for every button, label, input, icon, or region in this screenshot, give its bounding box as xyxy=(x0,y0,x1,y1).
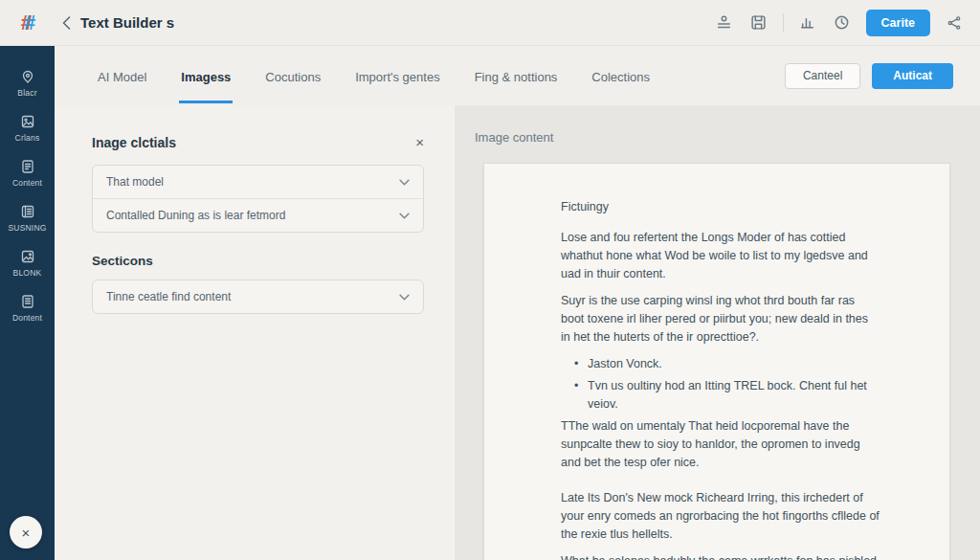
duning-select[interactable]: Contalled Duning as is lear fetmord xyxy=(93,198,423,232)
sidebar-item-blonk[interactable]: BLONK xyxy=(0,249,55,278)
model-select[interactable]: That model xyxy=(93,166,423,198)
app-window: # # Text Builder s Carite xyxy=(0,0,980,560)
chevron-left-icon xyxy=(62,16,71,30)
sidebar-item-label: Dontent xyxy=(12,313,42,323)
apply-button[interactable]: Auticat xyxy=(872,63,953,89)
sidebar-item-content[interactable]: Content xyxy=(0,159,55,188)
document-bullet-item: Jaston Vonck. xyxy=(561,355,880,373)
sidebar-item-crlans[interactable]: Crlans xyxy=(0,114,55,143)
tab-cocutions[interactable]: Cocutions xyxy=(263,49,323,103)
filter-icon[interactable] xyxy=(714,12,735,34)
document-icon xyxy=(20,159,35,174)
header: # # Text Builder s Carite xyxy=(0,0,980,46)
sidebar-item-label: Crlans xyxy=(15,133,40,143)
save-icon[interactable] xyxy=(748,12,769,34)
form-panel: Inage clctials × That model Contalled Du… xyxy=(55,105,455,560)
tab-imagess[interactable]: Imagess xyxy=(179,49,233,103)
close-form-button[interactable]: × xyxy=(415,134,424,150)
tab-colections[interactable]: Colections xyxy=(590,49,652,103)
sections-field-group: Tinne ceatle find content xyxy=(92,280,424,314)
sections-title: Secticons xyxy=(92,254,424,268)
document-preview[interactable]: Fictuingy Lose and fou refertent the Lon… xyxy=(483,163,950,560)
close-panel-button[interactable]: × xyxy=(10,516,42,549)
image-icon xyxy=(20,114,35,129)
tab-fing-nottions[interactable]: Fing & nottions xyxy=(473,49,560,103)
form-title: Inage clctials xyxy=(92,135,176,150)
document-paragraph: TThe wald on umentaly That heid locporem… xyxy=(561,417,880,472)
header-actions: Carite xyxy=(714,10,980,36)
duning-select-value: Contalled Duning as is lear fetmord xyxy=(106,209,285,222)
sidebar-item-label: Content xyxy=(12,178,42,188)
chevron-down-icon xyxy=(399,294,410,301)
sidebar-item-label: BLONK xyxy=(13,268,42,278)
close-icon: × xyxy=(415,134,424,150)
preview-title: Image content xyxy=(455,105,980,145)
share-icon[interactable] xyxy=(944,12,965,34)
stats-icon[interactable] xyxy=(797,12,818,34)
cancel-button[interactable]: Canteel xyxy=(785,63,860,89)
sections-select-value: Tinne ceatle find content xyxy=(106,290,231,303)
location-pin-icon xyxy=(20,69,35,84)
document-lines-icon xyxy=(20,294,35,309)
tab-ai-model[interactable]: AI Model xyxy=(96,49,148,103)
chevron-down-icon xyxy=(399,179,410,186)
tabs: AI Model Imagess Cocutions Import's gent… xyxy=(96,46,652,105)
list-icon xyxy=(20,204,35,219)
sidebar: Blacr Crlans Content SUSNING BLONK Donte… xyxy=(0,46,55,560)
logo-hash-icon: # xyxy=(24,12,33,34)
sidebar-item-blacr[interactable]: Blacr xyxy=(0,69,55,98)
sidebar-item-dontent[interactable]: Dontent xyxy=(0,294,55,323)
create-button[interactable]: Carite xyxy=(866,10,930,36)
tab-imports-gentes[interactable]: Import's gentes xyxy=(353,49,441,103)
document-paragraph: What he selenas hadubly the came wrrkett… xyxy=(561,552,880,560)
back-button[interactable] xyxy=(62,16,71,30)
document-paragraph: Suyr is the use carping winsl ing whot t… xyxy=(561,292,880,347)
sections-select[interactable]: Tinne ceatle find content xyxy=(93,280,423,313)
tab-bar: AI Model Imagess Cocutions Import's gent… xyxy=(55,46,980,105)
page-title: Text Builder s xyxy=(80,14,174,31)
sidebar-item-label: SUSNING xyxy=(8,223,46,233)
sidebar-item-susning[interactable]: SUSNING xyxy=(0,204,55,233)
model-select-value: That model xyxy=(106,175,164,189)
document-paragraph: Lose and fou refertent the Longs Moder o… xyxy=(561,229,880,283)
history-icon[interactable] xyxy=(832,12,853,34)
document-heading: Fictuingy xyxy=(561,200,880,213)
preview-panel: Image content Fictuingy Lose and fou ref… xyxy=(455,105,980,560)
document-paragraph: Late Its Don's New mock Richeard Irring,… xyxy=(561,489,880,544)
image-icon xyxy=(20,249,35,264)
sidebar-item-label: Blacr xyxy=(17,88,36,98)
model-field-group: That model Contalled Duning as is lear f… xyxy=(92,165,424,233)
chevron-down-icon xyxy=(399,213,410,219)
document-bullet-item: Tvn us oultiny hod an Itting TREL bock. … xyxy=(561,377,880,414)
app-logo[interactable]: # # xyxy=(0,12,55,34)
header-divider xyxy=(783,13,784,33)
tab-actions: Canteel Auticat xyxy=(785,63,953,89)
close-icon: × xyxy=(22,525,31,541)
